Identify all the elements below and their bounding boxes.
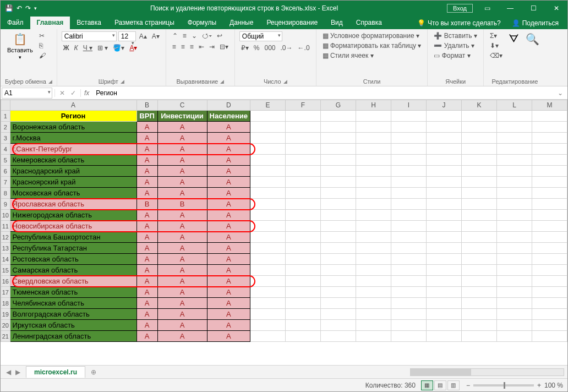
cell[interactable] <box>427 144 462 155</box>
cell[interactable] <box>286 320 321 331</box>
sheet-tab[interactable]: microexcel.ru <box>26 366 85 378</box>
cell[interactable] <box>391 221 427 232</box>
cell[interactable] <box>462 232 497 243</box>
cell[interactable]: А <box>207 298 250 309</box>
cell[interactable]: А <box>136 221 157 232</box>
cell[interactable] <box>286 232 321 243</box>
align-center-icon[interactable]: ≡ <box>179 42 187 51</box>
cell[interactable] <box>532 122 567 133</box>
cell[interactable] <box>427 331 462 342</box>
cell[interactable] <box>250 276 286 287</box>
redo-icon[interactable]: ↷ <box>25 4 31 12</box>
cell[interactable]: А <box>207 122 250 133</box>
column-header[interactable]: M <box>532 100 567 111</box>
cell[interactable]: А <box>157 133 207 144</box>
column-header[interactable]: L <box>497 100 532 111</box>
cell[interactable] <box>356 287 391 298</box>
cell[interactable] <box>250 111 286 122</box>
cell[interactable] <box>321 232 356 243</box>
cell[interactable]: Тюменская область <box>10 287 136 298</box>
cell[interactable] <box>391 320 427 331</box>
cell[interactable] <box>321 210 356 221</box>
format-cells-button[interactable]: ▭ Формат ▾ <box>432 51 472 60</box>
cell[interactable] <box>356 331 391 342</box>
cell[interactable] <box>497 309 532 320</box>
row-header[interactable]: 18 <box>1 298 10 309</box>
increase-font-icon[interactable]: A▴ <box>138 32 149 41</box>
qat-customize-icon[interactable]: ▾ <box>34 6 37 11</box>
cell[interactable] <box>286 177 321 188</box>
cell[interactable] <box>321 111 356 122</box>
cell[interactable] <box>321 177 356 188</box>
cell[interactable]: А <box>207 232 250 243</box>
cell[interactable]: Новосибирская область <box>10 221 136 232</box>
cell[interactable] <box>286 166 321 177</box>
cell[interactable] <box>497 122 532 133</box>
row-header[interactable]: 7 <box>1 177 10 188</box>
number-format-combo[interactable]: Общий <box>239 31 282 41</box>
cell[interactable] <box>286 276 321 287</box>
cell[interactable] <box>462 309 497 320</box>
view-normal-icon[interactable]: ▦ <box>421 380 433 390</box>
cell[interactable] <box>532 243 567 254</box>
cell[interactable] <box>532 320 567 331</box>
currency-icon[interactable]: ₽▾ <box>239 43 250 52</box>
cell[interactable]: Кемеровская область <box>10 155 136 166</box>
cell[interactable]: А <box>136 210 157 221</box>
cell[interactable] <box>321 188 356 199</box>
cell[interactable] <box>462 155 497 166</box>
cut-icon[interactable]: ✂ <box>37 31 47 40</box>
cell[interactable] <box>250 155 286 166</box>
cell[interactable] <box>321 133 356 144</box>
cell[interactable]: Самарская область <box>10 265 136 276</box>
cell[interactable] <box>391 144 427 155</box>
cell[interactable] <box>391 177 427 188</box>
cell[interactable] <box>532 166 567 177</box>
tab-view[interactable]: Вид <box>324 17 349 29</box>
cell[interactable] <box>462 177 497 188</box>
cell[interactable]: А <box>207 166 250 177</box>
column-header[interactable]: I <box>391 100 427 111</box>
cell[interactable] <box>391 331 427 342</box>
cell[interactable]: А <box>157 210 207 221</box>
cell[interactable] <box>286 144 321 155</box>
cell[interactable]: А <box>136 122 157 133</box>
ribbon-options-icon[interactable]: ▭ <box>476 1 498 16</box>
cell[interactable]: А <box>136 232 157 243</box>
cell[interactable]: Ярославская область <box>10 199 136 210</box>
cell[interactable]: Инвестиции <box>157 111 207 122</box>
cell[interactable]: Ростовская область <box>10 254 136 265</box>
cell[interactable] <box>356 166 391 177</box>
cell[interactable] <box>497 133 532 144</box>
cell[interactable] <box>250 221 286 232</box>
font-size-combo[interactable]: 12 <box>118 31 136 41</box>
tab-data[interactable]: Данные <box>223 17 260 29</box>
cell[interactable] <box>321 221 356 232</box>
cell[interactable]: А <box>136 287 157 298</box>
indent-right-icon[interactable]: ⇥ <box>207 42 216 51</box>
cell[interactable]: Красноярский край <box>10 177 136 188</box>
cell[interactable]: А <box>157 287 207 298</box>
dialog-launcher-icon[interactable]: ◢ <box>48 79 52 84</box>
cell[interactable] <box>427 309 462 320</box>
cell[interactable] <box>462 122 497 133</box>
cell[interactable]: А <box>136 265 157 276</box>
cell[interactable]: ВРП <box>136 111 157 122</box>
row-header[interactable]: 11 <box>1 221 10 232</box>
row-header[interactable]: 5 <box>1 155 10 166</box>
cell[interactable]: г.Санкт-Петербург <box>10 144 136 155</box>
cell[interactable] <box>497 298 532 309</box>
share-button[interactable]: 👤Поделиться <box>506 17 567 29</box>
cell[interactable] <box>391 232 427 243</box>
cell[interactable] <box>356 320 391 331</box>
cell[interactable]: А <box>157 265 207 276</box>
cell[interactable]: А <box>157 320 207 331</box>
cell[interactable] <box>391 122 427 133</box>
cell[interactable]: А <box>157 243 207 254</box>
row-header[interactable]: 16 <box>1 276 10 287</box>
cell[interactable] <box>532 254 567 265</box>
column-header[interactable]: B <box>136 100 157 111</box>
cell[interactable]: А <box>207 210 250 221</box>
cell[interactable] <box>250 166 286 177</box>
cell[interactable] <box>356 199 391 210</box>
